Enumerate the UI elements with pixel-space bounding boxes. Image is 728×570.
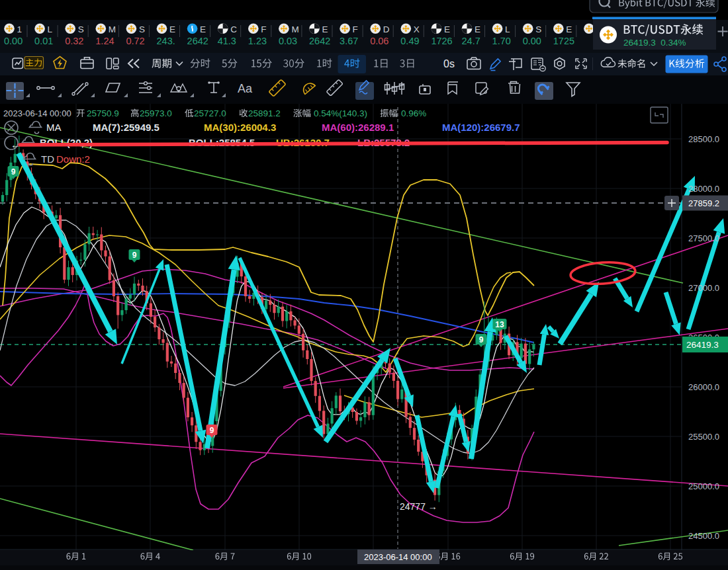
svg-text:3.67: 3.67 [340, 36, 358, 46]
svg-text:Down:2: Down:2 [56, 153, 90, 165]
svg-text:26419.3 0.34%: 26419.3 0.34% [623, 38, 686, 48]
svg-text:41.3: 41.3 [218, 36, 236, 46]
svg-text:M: M [109, 24, 116, 34]
svg-text:MA(30):26004.3: MA(30):26004.3 [204, 122, 276, 133]
svg-text:S: S [78, 24, 84, 34]
svg-text:1.23: 1.23 [248, 36, 267, 46]
svg-text:1.70: 1.70 [492, 36, 511, 46]
svg-text:243.: 243. [157, 36, 175, 46]
svg-text:0.72: 0.72 [126, 36, 144, 46]
svg-text:25973.0: 25973.0 [140, 108, 172, 118]
svg-text:0.54%(140.3): 0.54%(140.3) [314, 108, 367, 118]
svg-text:1.24: 1.24 [95, 36, 114, 46]
svg-text:2642: 2642 [187, 36, 208, 46]
svg-text:0.32: 0.32 [65, 36, 83, 46]
svg-text:MA: MA [46, 122, 62, 133]
svg-text:Aa: Aa [238, 82, 253, 95]
svg-text:MA(7):25949.5: MA(7):25949.5 [93, 122, 159, 133]
svg-text:24500.0: 24500.0 [688, 531, 719, 541]
svg-text:E: E [169, 24, 175, 34]
svg-text:25750.9: 25750.9 [87, 108, 119, 118]
svg-text:0.96%: 0.96% [401, 108, 426, 118]
svg-text:0.01: 0.01 [34, 36, 53, 46]
svg-text:E: E [566, 24, 572, 34]
svg-text:24.7: 24.7 [462, 36, 480, 46]
svg-text:13: 13 [495, 320, 504, 329]
svg-text:2023-06-14 00:00: 2023-06-14 00:00 [364, 552, 432, 562]
svg-text:0s: 0s [443, 58, 455, 69]
svg-text:0.49: 0.49 [400, 36, 419, 46]
svg-text:26000.0: 26000.0 [688, 382, 719, 392]
svg-text:F: F [353, 24, 358, 34]
svg-text:D: D [383, 24, 390, 34]
svg-text:25727.0: 25727.0 [194, 108, 226, 118]
svg-text:0.00: 0.00 [4, 36, 23, 46]
svg-text:9: 9 [11, 167, 16, 177]
svg-text:L: L [48, 24, 53, 34]
svg-text:S: S [139, 24, 145, 34]
svg-text:24777 →: 24777 → [400, 501, 437, 512]
svg-text:26419.3: 26419.3 [686, 340, 719, 350]
svg-text:27500.0: 27500.0 [688, 233, 719, 243]
svg-text:0.03: 0.03 [279, 36, 297, 46]
svg-text:C: C [230, 24, 237, 34]
svg-text:E: E [200, 24, 206, 34]
svg-text:X: X [414, 24, 420, 34]
svg-text:0.06: 0.06 [370, 36, 388, 46]
svg-text:MA(60):26289.1: MA(60):26289.1 [322, 122, 394, 133]
svg-text:27000.0: 27000.0 [688, 283, 719, 293]
svg-text:M: M [291, 24, 298, 34]
svg-text:MA(120):26679.7: MA(120):26679.7 [442, 122, 520, 133]
svg-text:2642: 2642 [309, 36, 330, 46]
svg-text:0.00: 0.00 [523, 36, 541, 46]
svg-text:1726: 1726 [431, 36, 452, 46]
svg-text:28000.0: 28000.0 [688, 184, 719, 194]
svg-text:25891.2: 25891.2 [248, 108, 281, 118]
svg-text:9: 9 [479, 335, 484, 345]
svg-text:9: 9 [210, 426, 214, 435]
svg-text:25000.0: 25000.0 [688, 481, 719, 491]
svg-text:E: E [444, 24, 450, 34]
svg-text:9: 9 [132, 251, 137, 260]
svg-text:1725: 1725 [553, 36, 574, 46]
svg-text:25500.0: 25500.0 [688, 432, 719, 442]
svg-text:TD: TD [41, 153, 54, 165]
svg-text:L: L [505, 24, 510, 34]
svg-text:1: 1 [17, 24, 23, 34]
svg-text:S: S [535, 24, 541, 34]
svg-text:F: F [261, 24, 266, 34]
svg-text:2023-06-14 00:00: 2023-06-14 00:00 [3, 108, 71, 118]
svg-text:E: E [322, 24, 328, 34]
svg-text:27859.2: 27859.2 [688, 198, 719, 208]
svg-text:E: E [475, 24, 480, 34]
svg-text:28500.0: 28500.0 [688, 134, 719, 144]
